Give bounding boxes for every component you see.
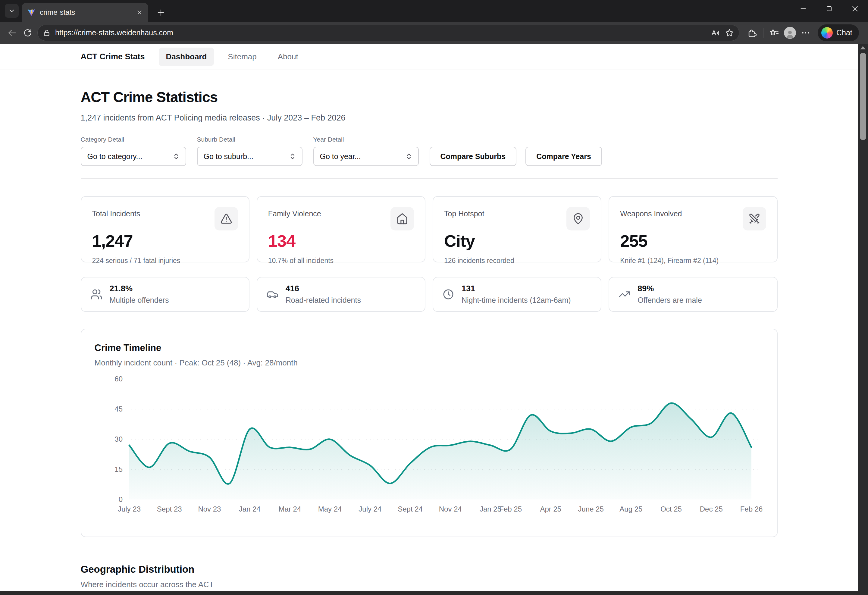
alert-triangle-icon bbox=[214, 207, 238, 230]
read-aloud-icon[interactable] bbox=[710, 28, 720, 38]
quick-stat-label: Offenders are male bbox=[638, 296, 702, 304]
stat-card-label: Weapons Involved bbox=[620, 207, 682, 218]
avatar bbox=[784, 27, 796, 39]
svg-text:Feb 26: Feb 26 bbox=[740, 505, 763, 513]
detail-select-group: Suburb Detail Go to suburb... bbox=[197, 136, 303, 166]
detail-select-group: Category Detail Go to category... bbox=[81, 136, 186, 166]
svg-text:Nov 23: Nov 23 bbox=[198, 505, 221, 513]
svg-text:Dec 25: Dec 25 bbox=[700, 505, 722, 513]
tab-list-button[interactable] bbox=[5, 4, 19, 18]
quick-stat-chip: 416 Road-related incidents bbox=[257, 277, 425, 312]
svg-text:45: 45 bbox=[115, 405, 123, 413]
chart-area: 015304560July 23Sept 23Nov 23Jan 24Mar 2… bbox=[94, 371, 764, 524]
quick-stat-value: 416 bbox=[286, 284, 361, 294]
geo-title: Geographic Distribution bbox=[81, 564, 778, 575]
puzzle-icon bbox=[747, 28, 757, 38]
detail-select-group: Year Detail Go to year... bbox=[313, 136, 419, 166]
browser-tab[interactable]: crime-stats bbox=[22, 3, 148, 22]
svg-text:May 24: May 24 bbox=[318, 505, 342, 513]
url-bar[interactable]: https://crime-stats.weidenhaus.com bbox=[37, 25, 740, 41]
crime-timeline-chart: 015304560July 23Sept 23Nov 23Jan 24Mar 2… bbox=[94, 371, 765, 524]
compare-button[interactable]: Compare Suburbs bbox=[430, 147, 517, 166]
swords-icon bbox=[743, 207, 766, 230]
new-tab-button[interactable] bbox=[154, 6, 168, 19]
svg-text:30: 30 bbox=[115, 435, 123, 443]
compare-button[interactable]: Compare Years bbox=[526, 147, 602, 166]
svg-text:0: 0 bbox=[118, 495, 123, 503]
scrollbar-thumb[interactable] bbox=[860, 53, 866, 140]
person-icon bbox=[785, 29, 795, 39]
svg-text:Sept 23: Sept 23 bbox=[156, 505, 182, 513]
brand[interactable]: ACT Crime Stats bbox=[81, 52, 145, 62]
svg-text:15: 15 bbox=[115, 465, 123, 473]
copilot-chat-button[interactable]: Chat bbox=[818, 24, 859, 41]
stat-card-label: Family Violence bbox=[268, 207, 321, 218]
stat-card: Family Violence 134 10.7% of all inciden… bbox=[257, 196, 425, 263]
stat-card-sub: 126 incidents recorded bbox=[444, 257, 590, 265]
select-label: Suburb Detail bbox=[197, 136, 303, 143]
svg-text:July 24: July 24 bbox=[359, 505, 381, 513]
svg-text:Apr 25: Apr 25 bbox=[540, 505, 561, 513]
crime-timeline-card: Crime Timeline Monthly incident count · … bbox=[81, 329, 778, 537]
toolbar-divider bbox=[763, 28, 763, 38]
back-arrow-icon bbox=[7, 28, 17, 38]
page-title: ACT Crime Statistics bbox=[81, 89, 778, 105]
favorites-list-icon bbox=[769, 28, 779, 38]
url-text[interactable]: https://crime-stats.weidenhaus.com bbox=[55, 28, 706, 37]
scrollbar-up-arrow-icon[interactable] bbox=[860, 46, 866, 49]
quick-stat-chip: 89% Offenders are male bbox=[608, 277, 777, 312]
window-maximize-button[interactable] bbox=[816, 0, 842, 18]
nav-item-dashboard[interactable]: Dashboard bbox=[159, 47, 214, 66]
extensions-button[interactable] bbox=[744, 25, 760, 41]
site-nav: ACT Crime Stats Dashboard Sitemap About bbox=[0, 44, 858, 70]
svg-text:Feb 25: Feb 25 bbox=[499, 505, 522, 513]
stat-card-value: 255 bbox=[620, 231, 766, 251]
select-label: Category Detail bbox=[81, 136, 186, 143]
users-icon bbox=[90, 288, 102, 300]
geo-section: Geographic Distribution Where incidents … bbox=[81, 564, 778, 591]
minimize-icon bbox=[799, 5, 807, 13]
svg-text:60: 60 bbox=[115, 375, 123, 383]
nav-item-sitemap[interactable]: Sitemap bbox=[220, 47, 264, 66]
favorite-star-icon[interactable] bbox=[725, 28, 734, 38]
favorites-hub-button[interactable] bbox=[766, 25, 782, 41]
window-close-button[interactable] bbox=[842, 0, 868, 18]
stat-card: Total Incidents 1,247 224 serious / 71 f… bbox=[81, 196, 249, 263]
stat-card-value: City bbox=[444, 231, 590, 251]
browser-tab-strip: crime-stats bbox=[0, 0, 868, 22]
stat-card-value: 134 bbox=[268, 231, 414, 251]
tab-close-icon[interactable] bbox=[136, 9, 143, 16]
svg-text:Jan 25: Jan 25 bbox=[480, 505, 501, 513]
quick-stat-label: Road-related incidents bbox=[286, 296, 361, 304]
timeline-title: Crime Timeline bbox=[94, 343, 764, 353]
chat-label: Chat bbox=[836, 28, 852, 37]
refresh-button[interactable] bbox=[20, 25, 35, 41]
stat-card-label: Total Incidents bbox=[92, 207, 140, 218]
plus-icon bbox=[156, 9, 165, 17]
svg-text:Aug 25: Aug 25 bbox=[620, 505, 642, 513]
chevrons-up-down-icon bbox=[404, 152, 413, 161]
site-favicon bbox=[27, 8, 35, 16]
chevrons-up-down-icon bbox=[172, 152, 181, 161]
svg-text:Oct 25: Oct 25 bbox=[660, 505, 682, 513]
clock-icon bbox=[442, 288, 454, 300]
detail-select[interactable]: Go to category... bbox=[81, 147, 186, 166]
geo-subtitle: Where incidents occur across the ACT bbox=[81, 580, 778, 589]
window-minimize-button[interactable] bbox=[790, 0, 816, 18]
back-button[interactable] bbox=[4, 25, 20, 41]
detail-select[interactable]: Go to suburb... bbox=[197, 147, 303, 166]
browser-toolbar: https://crime-stats.weidenhaus.com Chat bbox=[0, 22, 868, 44]
scrollbar[interactable] bbox=[858, 44, 868, 595]
page-header: ACT Crime Statistics 1,247 incidents fro… bbox=[81, 70, 778, 179]
profile-button[interactable] bbox=[782, 25, 798, 41]
close-icon bbox=[851, 5, 859, 13]
home-icon bbox=[390, 207, 414, 230]
more-options-button[interactable] bbox=[798, 25, 813, 41]
chevrons-up-down-icon bbox=[288, 152, 297, 161]
nav-item-about[interactable]: About bbox=[270, 47, 306, 66]
svg-text:Mar 24: Mar 24 bbox=[278, 505, 301, 513]
stat-card-sub: 224 serious / 71 fatal injuries bbox=[92, 257, 238, 265]
select-label: Year Detail bbox=[313, 136, 419, 143]
svg-text:Nov 24: Nov 24 bbox=[439, 505, 462, 513]
detail-select[interactable]: Go to year... bbox=[313, 147, 419, 166]
